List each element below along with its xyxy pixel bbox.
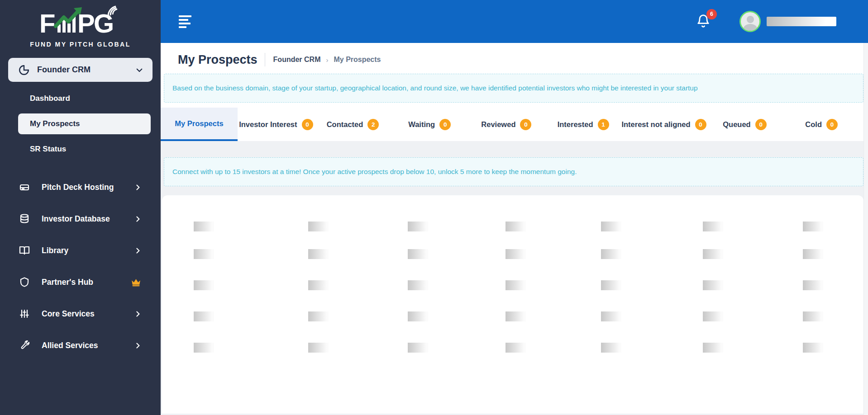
sidebar-item-label: Pitch Deck Hosting (42, 183, 134, 192)
top-header-bar: 6 (161, 0, 868, 43)
breadcrumb-separator-icon: › (326, 56, 328, 64)
loading-skeleton-bar (506, 311, 526, 321)
tab-count-badge: 2 (367, 119, 379, 130)
tab-count-badge: 1 (598, 119, 609, 130)
shield-icon (19, 277, 30, 288)
loading-skeleton-bar (703, 280, 723, 290)
loading-skeleton-bar (506, 343, 526, 353)
sidebar-item-partners-hub[interactable]: Partner's Hub (0, 266, 161, 298)
brand-tagline: FUND MY PITCH GLOBAL (30, 41, 130, 48)
loading-skeleton-bar (408, 343, 428, 353)
loading-skeleton-bar (408, 280, 428, 290)
loading-skeleton-bar (506, 222, 526, 231)
loading-skeleton-bar (601, 343, 621, 353)
tab-interest-not-aligned[interactable]: Interest not aligned 0 (621, 108, 706, 141)
loading-skeleton-bar (408, 311, 428, 321)
tab-my-prospects[interactable]: My Prospects (161, 108, 238, 141)
tab-label: Waiting (408, 120, 435, 129)
loading-skeleton-bar (703, 311, 723, 321)
sidebar-item-pitch-deck-hosting[interactable]: Pitch Deck Hosting (0, 171, 161, 203)
intro-banner-text: Based on the business domain, stage of y… (172, 84, 698, 92)
loading-skeleton-bar (506, 249, 526, 259)
divider (265, 53, 265, 66)
intro-banner: Based on the business domain, stage of y… (164, 74, 863, 103)
tab-interested[interactable]: Interested 1 (545, 108, 622, 141)
brand-logo: F P G FUND MY PITCH GLOBAL (0, 0, 161, 48)
page-title: My Prospects (178, 53, 258, 67)
sidebar-item-allied-services[interactable]: Allied Services (0, 330, 161, 361)
loading-skeleton-bar (601, 311, 621, 321)
limit-banner: Connect with up to 15 investors at a tim… (164, 157, 863, 186)
loading-skeleton-bar (194, 249, 214, 259)
chevron-right-icon (134, 215, 142, 223)
loading-skeleton-bar (803, 280, 823, 290)
tab-label: Contacted (327, 120, 363, 129)
sidebar-item-library[interactable]: Library (0, 235, 161, 266)
tab-count-badge: 0 (826, 119, 838, 130)
chevron-right-icon (134, 184, 142, 191)
tab-investor-interest[interactable]: Investor Interest 0 (238, 108, 315, 141)
breadcrumb-root[interactable]: Founder CRM (273, 56, 321, 64)
spacer (161, 141, 868, 149)
hard-drive-icon (19, 182, 30, 193)
prospect-status-tabs: My Prospects Investor Interest 0 Contact… (161, 108, 868, 141)
loading-skeleton-bar (308, 311, 329, 321)
sidebar-item-core-services[interactable]: Core Services (0, 298, 161, 330)
prospects-table-loading-card (162, 195, 863, 414)
tab-label: Reviewed (481, 120, 515, 129)
sidebar-item-investor-database[interactable]: Investor Database (0, 203, 161, 235)
chevron-down-icon (135, 66, 143, 74)
tab-reviewed[interactable]: Reviewed 0 (468, 108, 545, 141)
loading-skeleton-bar (194, 222, 214, 231)
menu-toggle-button[interactable] (179, 15, 191, 28)
tab-count-badge: 0 (695, 119, 706, 130)
tab-count-badge: 0 (439, 119, 451, 130)
loading-skeleton-bar (803, 222, 823, 231)
loading-skeleton-bar (506, 280, 526, 290)
tab-waiting[interactable]: Waiting 0 (391, 108, 468, 141)
loading-skeleton-bar (803, 249, 823, 259)
avatar[interactable] (739, 11, 761, 32)
loading-skeleton-bar (803, 311, 823, 321)
tab-cold[interactable]: Cold 0 (783, 108, 860, 141)
fmpg-logo-icon: F P G (38, 5, 124, 40)
tab-count-badge: 0 (520, 119, 531, 130)
tab-count-badge: 0 (755, 119, 767, 130)
sidebar-item-label: Library (42, 246, 134, 255)
notifications-button[interactable]: 6 (696, 13, 711, 30)
tab-queued[interactable]: Queued 0 (706, 108, 783, 141)
sidebar: F P G FUND MY PITCH GLOBAL Founder CRM (0, 0, 161, 415)
book-open-icon (19, 245, 30, 256)
scrollbar-track[interactable] (863, 43, 868, 415)
loading-skeleton-bar (194, 343, 214, 353)
loading-skeleton-bar (408, 249, 428, 259)
username-skeleton (767, 17, 836, 26)
loading-skeleton-bar (601, 249, 621, 259)
loading-skeleton-bar (194, 311, 214, 321)
sidebar-subnav: Dashboard My Prospects SR Status (0, 88, 161, 160)
tab-label: Cold (805, 120, 822, 129)
page-header-section: My Prospects Founder CRM › My Prospects … (161, 43, 868, 108)
sidebar-group-label: Founder CRM (37, 65, 135, 75)
sidebar-group-founder-crm[interactable]: Founder CRM (8, 58, 153, 82)
sidebar-item-label: My Prospects (30, 119, 80, 128)
chevron-right-icon (134, 247, 142, 255)
tab-contacted[interactable]: Contacted 2 (315, 108, 391, 141)
tab-label: Interested (558, 120, 593, 129)
tab-count-badge: 0 (302, 119, 313, 130)
loading-skeleton-bar (803, 343, 823, 353)
loading-skeleton-bar (703, 249, 723, 259)
loading-skeleton-bar (308, 249, 329, 259)
sidebar-item-label: Dashboard (30, 94, 70, 103)
notification-count-badge: 6 (706, 9, 717, 19)
limit-banner-text: Connect with up to 15 investors at a tim… (172, 168, 577, 176)
tab-label: Investor Interest (239, 120, 297, 129)
sidebar-item-sr-status[interactable]: SR Status (0, 139, 161, 160)
sidebar-item-label: SR Status (30, 145, 66, 154)
loading-skeleton-bar (194, 280, 214, 290)
sidebar-item-my-prospects[interactable]: My Prospects (18, 113, 151, 134)
loading-skeleton-bar (601, 222, 621, 231)
loading-skeleton-bar (703, 343, 723, 353)
wrench-icon (19, 340, 30, 351)
sidebar-item-dashboard[interactable]: Dashboard (0, 88, 161, 109)
